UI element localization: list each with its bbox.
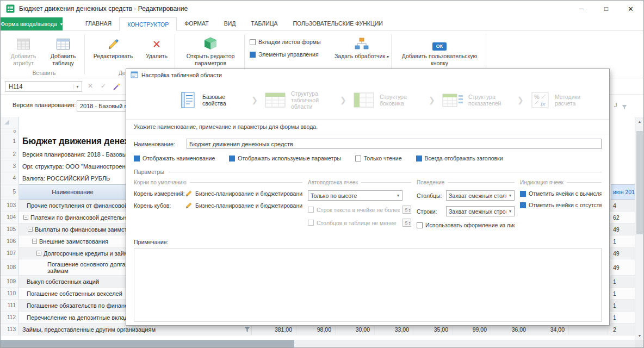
wizard-step-1[interactable]: Структура табличной области: [264, 90, 333, 110]
rows-limit-checkbox[interactable]: Строк текста в ячейке не более 5▴▾: [308, 206, 411, 214]
ribbon-tab-2[interactable]: ФОРМАТ: [177, 17, 216, 30]
ribbon-tab-4[interactable]: ТАБЛИЦА: [243, 17, 285, 30]
row-header[interactable]: 109: [1, 276, 19, 288]
chevron-down-icon[interactable]: ▾: [73, 84, 82, 89]
indication-checkbox-1[interactable]: Отметить ячейки с отсутствием прав досту…: [520, 202, 602, 208]
row-header[interactable]: 113: [1, 324, 19, 335]
select-all-corner[interactable]: [1, 117, 19, 129]
set-handler-button[interactable]: Задать обработчик ▾: [335, 34, 389, 60]
row-header[interactable]: 104: [1, 212, 19, 223]
cell-name-box[interactable]: H114 ▾: [5, 81, 82, 92]
add-user-button-button[interactable]: ОК Добавить пользовательскую кнопку: [397, 34, 482, 66]
titlebar: Бюджет движения денежных средств - Редак…: [1, 1, 643, 17]
filter-icon[interactable]: [244, 326, 250, 333]
checkbox-box: [134, 156, 140, 161]
cube-root-value[interactable]: Бизнес-планирование и бюджетирование: [195, 202, 302, 209]
cell-value[interactable]: 49: [611, 259, 635, 276]
row-header[interactable]: 3: [1, 160, 19, 172]
file-menu-button[interactable]: Форма ввода/вывода ▾: [1, 17, 63, 30]
row-header[interactable]: 110: [1, 288, 19, 300]
row-header[interactable]: 1: [1, 134, 19, 148]
small-filter-icon[interactable]: [622, 102, 627, 112]
spinner-arrows-icon[interactable]: ▴▾: [408, 221, 410, 225]
horizontal-scrollbar-thumb[interactable]: [1, 340, 294, 348]
scroll-down-icon[interactable]: ▼: [635, 331, 644, 340]
cell-value[interactable]: 49: [611, 247, 635, 259]
cell-value[interactable]: 1: [611, 312, 635, 324]
wizard-step-0[interactable]: Базовые свойства: [178, 91, 245, 109]
add-table-button[interactable]: Добавить таблицу: [44, 34, 82, 66]
dialog-display-checkbox-0[interactable]: Отображать наименование: [134, 155, 215, 161]
cell-value[interactable]: 62: [611, 212, 635, 223]
autofit-mode-select[interactable]: Только по высоте ▾: [308, 190, 403, 201]
row-header[interactable]: 5: [1, 184, 19, 200]
cell-value[interactable]: 2: [611, 324, 635, 335]
rows-limit-spinner[interactable]: 5▴▾: [403, 206, 411, 214]
cell-value[interactable]: 1: [611, 288, 635, 300]
wand-icon[interactable]: [113, 83, 121, 92]
formula-icon: %fx: [530, 91, 550, 109]
cell-value[interactable]: 4: [611, 200, 635, 212]
controls-checkbox[interactable]: Элементы управления: [250, 51, 319, 58]
use-sheet-style-checkbox[interactable]: Использовать оформление из листа: [417, 222, 515, 228]
row-header[interactable]: 2: [1, 148, 19, 160]
cols-limit-spinner[interactable]: 5▴▾: [403, 219, 411, 227]
row-header[interactable]: 111: [1, 300, 19, 312]
edit-pencil-icon[interactable]: [185, 190, 192, 197]
dialog-titlebar[interactable]: Настройка табличной области: [126, 69, 609, 81]
row-header[interactable]: 108: [1, 259, 19, 276]
open-parameter-editor-button[interactable]: Открыть редактор параметров: [179, 34, 242, 66]
confirm-icon[interactable]: ✓: [101, 82, 106, 90]
name-field-input[interactable]: [187, 139, 602, 149]
planning-version-label: Версия планирования:: [13, 102, 76, 108]
cols-limit-checkbox[interactable]: Столбцов в таблице не менее 5▴▾: [308, 219, 411, 227]
close-icon[interactable]: ✕: [618, 1, 643, 17]
chevron-down-icon: ▾: [506, 209, 514, 214]
row-header[interactable]: 105: [1, 223, 19, 235]
dialog-display-checkbox-2[interactable]: Только чтение: [355, 155, 402, 161]
dim-root-value[interactable]: Бизнес-планирование и бюджетирование: [195, 190, 302, 197]
minimize-icon[interactable]: ─: [569, 1, 593, 17]
collapse-minus-icon[interactable]: −: [23, 215, 28, 220]
edit-button[interactable]: Редактировать: [89, 34, 138, 60]
row-header[interactable]: 0: [1, 129, 19, 134]
cell-value[interactable]: 1: [611, 276, 635, 288]
spinner-arrows-icon[interactable]: ▴▾: [408, 208, 410, 212]
row-header[interactable]: 4: [1, 172, 19, 184]
cancel-icon[interactable]: ✕: [88, 82, 93, 90]
collapse-minus-icon[interactable]: −: [32, 239, 37, 244]
ribbon-tab-5[interactable]: ПОЛЬЗОВАТЕЛЬСКИЕ ФУНКЦИИ: [285, 17, 390, 30]
divider: [190, 182, 302, 183]
cell-value[interactable]: 1: [611, 235, 635, 247]
row-header[interactable]: 112: [1, 312, 19, 324]
sheet-tabs-checkbox[interactable]: Вкладки листов формы: [250, 39, 321, 45]
wizard-step-3[interactable]: Структура показателей: [442, 91, 511, 109]
row-header[interactable]: 103: [1, 200, 19, 212]
indication-checkbox-0[interactable]: Отметить ячейки с вычисляемыми значениям…: [520, 190, 602, 197]
collapse-minus-icon[interactable]: −: [28, 227, 33, 232]
wizard-step-2[interactable]: Структура боковика: [353, 91, 422, 109]
row-header[interactable]: 106: [1, 235, 19, 247]
add-attribute-button[interactable]: Добавить атрибут: [6, 34, 41, 66]
ribbon-tab-1[interactable]: КОНСТРУКТОР: [119, 17, 177, 31]
column-header-month[interactable]: июн 2018: [611, 184, 635, 200]
edit-pencil-icon[interactable]: [185, 202, 192, 209]
delete-button[interactable]: ✕ Удалить: [141, 34, 172, 60]
ribbon-tab-0[interactable]: ГЛАВНАЯ: [78, 17, 119, 30]
dialog-display-checkbox-1[interactable]: Отображать используемые параметры: [229, 155, 341, 161]
ribbon-tab-3[interactable]: ВИД: [216, 17, 244, 30]
maximize-icon[interactable]: □: [594, 1, 618, 17]
note-textarea[interactable]: [134, 248, 602, 322]
cell-value[interactable]: 49: [611, 223, 635, 235]
collapse-minus-icon[interactable]: −: [36, 251, 41, 256]
vertical-scrollbar[interactable]: ▲ ▼: [635, 117, 644, 340]
dialog-display-checkbox-3[interactable]: Всегда отображать заголовки: [416, 155, 503, 161]
rows-mode-select[interactable]: Захват смежных строк ▾: [446, 206, 515, 216]
horizontal-scrollbar[interactable]: [1, 340, 635, 348]
scroll-up-icon[interactable]: ▲: [635, 117, 644, 126]
vertical-scrollbar-thumb[interactable]: [636, 131, 643, 234]
cell-value[interactable]: 1: [611, 300, 635, 312]
columns-mode-select[interactable]: Захват смежных столбцов ▾: [446, 190, 515, 201]
row-header[interactable]: 107: [1, 247, 19, 259]
wizard-step-4[interactable]: %fxМетодики расчета: [530, 91, 597, 109]
